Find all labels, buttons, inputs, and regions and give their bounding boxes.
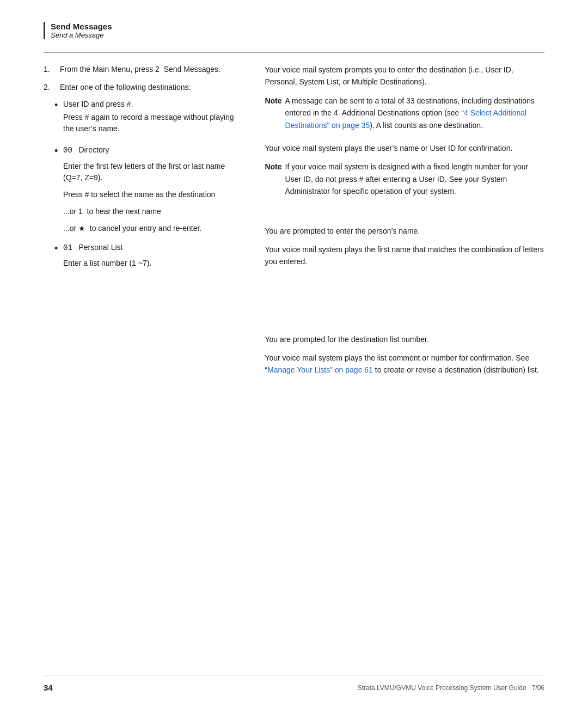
personal-right-1: You are prompted for the destination lis…: [265, 333, 544, 345]
step-2-number: 2.: [44, 82, 60, 93]
content-layout: 1. From the Main Menu, press 2 Send Mess…: [44, 64, 544, 383]
header-subtitle: Send a Message: [51, 31, 544, 39]
bullet-item-directory: • 00 Directory: [54, 145, 243, 157]
bullet-dot-personal: •: [54, 243, 63, 255]
directory-detail-4: ...or ★ to cancel your entry and re-ente…: [63, 223, 243, 234]
directory-detail-2: Press # to select the name as the destin…: [63, 189, 243, 200]
bullet-dot-directory: •: [54, 145, 63, 157]
main-content: 1. From the Main Menu, press 2 Send Mess…: [44, 64, 544, 675]
note-text-2: If your voice mail system is designed wi…: [285, 161, 544, 197]
directory-right-2: Your voice mail system plays the first n…: [265, 243, 544, 268]
note-label-1: Note: [265, 95, 281, 131]
footer: 34 Strata LVMU/GVMU Voice Processing Sys…: [44, 680, 544, 692]
footer-doc-date: 7/06: [532, 684, 544, 692]
step-2-right-note: Note A message can be sent to a total of…: [265, 95, 544, 131]
step-2-text: Enter one of the following destinations:: [60, 82, 243, 93]
bullet-detail-userid: Press # again to record a message withou…: [63, 112, 243, 135]
directory-detail-1: Enter the first few letters of the first…: [63, 161, 243, 184]
left-column: 1. From the Main Menu, press 2 Send Mess…: [44, 64, 254, 383]
footer-doc-title: Strata LVMU/GVMU Voice Processing System…: [358, 684, 526, 692]
footer-page-number: 34: [44, 683, 53, 692]
bottom-rule: [44, 675, 544, 675]
footer-section: 34 Strata LVMU/GVMU Voice Processing Sys…: [44, 675, 544, 692]
step-1-row: 1. From the Main Menu, press 2 Send Mess…: [44, 64, 243, 75]
personal-details: Enter a list number (1 ~7).: [54, 258, 243, 269]
right-column: Your voice mail system prompts you to en…: [254, 64, 544, 383]
bullet-label-directory: 00 Directory: [63, 145, 243, 155]
page-header: Send Messages Send a Message: [44, 22, 544, 39]
note-text-1: A message can be sent to a total of 33 d…: [285, 95, 544, 131]
note-label-2: Note: [265, 161, 281, 197]
userid-right-note: Note If your voice mail system is design…: [265, 161, 544, 197]
step-1-number: 1.: [44, 64, 60, 75]
directory-detail-3: ...or 1 to hear the next name: [63, 206, 243, 217]
directory-right-1: You are prompted to enter the person’s n…: [265, 225, 544, 237]
bullet-content-personal: 01 Personal List: [63, 243, 243, 252]
footer-doc-info: Strata LVMU/GVMU Voice Processing System…: [358, 684, 544, 692]
directory-details: Enter the first few letters of the first…: [54, 161, 243, 234]
top-rule: [44, 52, 544, 53]
bullet-dot-userid: •: [54, 100, 63, 112]
bullet-label-personal: 01 Personal List: [63, 243, 243, 252]
bullet-list: • User ID and press #. Press # again to …: [44, 100, 243, 269]
step-2-row: 2. Enter one of the following destinatio…: [44, 82, 243, 93]
link-manage-lists[interactable]: Manage Your Lists” on page 61: [267, 365, 373, 374]
header-title: Send Messages: [51, 22, 544, 31]
step-1-text: From the Main Menu, press 2 Send Message…: [60, 64, 243, 75]
link-additional-destinations[interactable]: 4 Select Additional Destinations” on pag…: [285, 108, 527, 129]
personal-right-2: Your voice mail system plays the list co…: [265, 352, 544, 376]
bullet-label-userid: User ID and press #.: [63, 100, 243, 108]
step-1-right: Your voice mail system prompts you to en…: [265, 64, 544, 88]
bullet-item-userid: • User ID and press #. Press # again to …: [54, 100, 243, 135]
bullet-content-directory: 00 Directory: [63, 145, 243, 155]
bullet-content-userid: User ID and press #. Press # again to re…: [63, 100, 243, 135]
userid-right-1: Your voice mail system plays the user’s …: [265, 142, 544, 154]
page: Send Messages Send a Message 1. From the…: [0, 0, 588, 714]
bullet-item-personal: • 01 Personal List: [54, 243, 243, 255]
personal-detail-1: Enter a list number (1 ~7).: [63, 258, 243, 269]
